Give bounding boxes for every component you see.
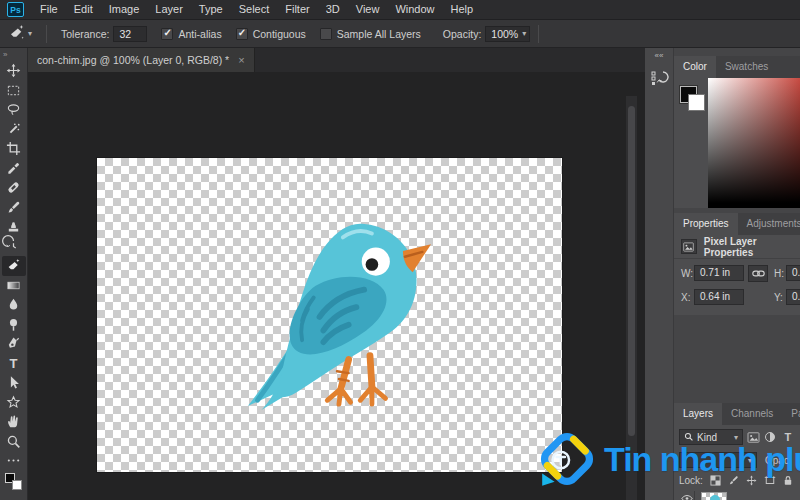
layers-panel-group: Layers Channels Paths Kind ▾ T bbox=[674, 403, 800, 500]
filter-pixel-layers-icon[interactable] bbox=[746, 429, 760, 445]
ellipsis-icon bbox=[6, 453, 21, 468]
menu-type[interactable]: Type bbox=[191, 0, 231, 19]
history-panel-icon[interactable] bbox=[649, 68, 669, 88]
menu-filter[interactable]: Filter bbox=[277, 0, 317, 19]
chevron-down-icon: ▾ bbox=[28, 29, 32, 38]
gradient-tool[interactable] bbox=[2, 276, 26, 296]
magic-eraser-icon bbox=[6, 258, 21, 273]
brush-tool[interactable] bbox=[2, 198, 26, 218]
chevron-down-icon: ▾ bbox=[522, 29, 526, 38]
crop-tool[interactable] bbox=[2, 139, 26, 159]
layer-visibility-eye-icon[interactable] bbox=[679, 491, 695, 500]
layer-row[interactable] bbox=[674, 489, 800, 500]
foreground-background-colors[interactable] bbox=[5, 473, 23, 489]
magic-eraser-icon bbox=[8, 24, 25, 43]
scrollbar-thumb[interactable] bbox=[628, 106, 635, 436]
rectangular-marquee-tool[interactable] bbox=[2, 81, 26, 101]
menu-select[interactable]: Select bbox=[231, 0, 278, 19]
filter-type-layers-icon[interactable]: T bbox=[781, 429, 795, 445]
blur-tool[interactable] bbox=[2, 295, 26, 315]
clone-stamp-tool[interactable] bbox=[2, 217, 26, 237]
tolerance-input[interactable]: 32 bbox=[113, 26, 147, 42]
move-tool[interactable] bbox=[2, 61, 26, 81]
color-panel-content bbox=[674, 78, 800, 208]
filter-kind-dropdown[interactable]: Kind ▾ bbox=[679, 429, 743, 445]
opacity-dropdown[interactable]: 100% ▾ bbox=[485, 26, 530, 42]
tab-layers[interactable]: Layers bbox=[674, 403, 722, 425]
height-input[interactable]: 0. bbox=[786, 265, 800, 281]
background-color-chip[interactable] bbox=[688, 94, 705, 111]
width-input[interactable]: 0.71 in bbox=[694, 265, 744, 281]
eyedropper-tool[interactable] bbox=[2, 159, 26, 179]
panel-dock: «« Color Swatches bbox=[645, 48, 800, 500]
anti-alias-checkbox[interactable]: Anti-alias bbox=[161, 28, 221, 40]
filter-adjustment-layers-icon[interactable] bbox=[763, 429, 777, 445]
saturation-brightness-picker[interactable] bbox=[708, 78, 800, 208]
menu-window[interactable]: Window bbox=[387, 0, 442, 19]
color-panel-swatches[interactable] bbox=[680, 86, 710, 116]
properties-panel-group: Properties Adjustments Pixel Layer Prope… bbox=[674, 213, 800, 315]
history-brush-tool[interactable] bbox=[2, 237, 26, 257]
y-input[interactable]: 0. bbox=[786, 289, 800, 305]
menu-3d[interactable]: 3D bbox=[318, 0, 348, 19]
menu-edit[interactable]: Edit bbox=[66, 0, 101, 19]
photoshop-logo: Ps bbox=[7, 2, 24, 17]
vertical-scrollbar[interactable] bbox=[626, 96, 637, 500]
menu-help[interactable]: Help bbox=[443, 0, 482, 19]
anti-alias-label: Anti-alias bbox=[178, 28, 221, 40]
menu-view[interactable]: View bbox=[348, 0, 388, 19]
contiguous-label: Contiguous bbox=[253, 28, 306, 40]
menu-layer[interactable]: Layer bbox=[147, 0, 191, 19]
height-label: H: bbox=[774, 268, 784, 279]
tab-channels[interactable]: Channels bbox=[722, 403, 782, 425]
document-tab[interactable]: con-chim.jpg @ 100% (Layer 0, RGB/8) * × bbox=[28, 48, 255, 72]
gradient-icon bbox=[6, 278, 21, 293]
lasso-tool[interactable] bbox=[2, 100, 26, 120]
opacity-label: Opacity: bbox=[443, 28, 482, 40]
lock-transparency-icon[interactable] bbox=[709, 472, 723, 488]
zoom-tool[interactable] bbox=[2, 432, 26, 452]
magic-eraser-tool[interactable] bbox=[2, 256, 26, 276]
sample-all-layers-checkbox[interactable]: Sample All Layers bbox=[320, 28, 421, 40]
x-input[interactable]: 0.64 in bbox=[694, 289, 744, 305]
collapse-panels-button[interactable]: «« bbox=[645, 48, 673, 60]
pixel-layer-icon bbox=[681, 239, 697, 254]
lock-artboard-icon[interactable] bbox=[763, 472, 777, 488]
background-color-swatch[interactable] bbox=[12, 480, 22, 490]
transform-fields: W: 0.71 in H: 0. X: 0.64 in Y: 0. bbox=[674, 259, 800, 315]
edit-toolbar-button[interactable] bbox=[2, 451, 26, 471]
blend-mode-dropdown[interactable]: ▾ bbox=[679, 452, 757, 468]
path-selection-tool[interactable] bbox=[2, 373, 26, 393]
link-dimensions-icon[interactable] bbox=[748, 265, 768, 282]
menu-image[interactable]: Image bbox=[101, 0, 148, 19]
layer-thumbnail[interactable] bbox=[701, 492, 727, 500]
tab-swatches[interactable]: Swatches bbox=[716, 56, 777, 78]
type-tool[interactable]: T bbox=[2, 354, 26, 374]
tab-paths[interactable]: Paths bbox=[782, 403, 800, 425]
menu-file[interactable]: File bbox=[32, 0, 66, 19]
close-icon[interactable]: × bbox=[238, 54, 244, 66]
tool-preset-picker[interactable]: ▾ bbox=[0, 24, 38, 43]
magic-wand-tool[interactable] bbox=[2, 120, 26, 140]
lock-pixels-brush-icon[interactable] bbox=[727, 472, 741, 488]
toolbar-collapse-button[interactable]: » bbox=[0, 48, 27, 61]
hand-tool[interactable] bbox=[2, 412, 26, 432]
cursor-arrow-icon bbox=[6, 375, 21, 390]
tab-adjustments[interactable]: Adjustments bbox=[738, 213, 800, 235]
tab-properties[interactable]: Properties bbox=[674, 213, 738, 235]
width-label: W: bbox=[681, 268, 693, 279]
pen-nib-icon bbox=[6, 336, 21, 351]
lock-position-icon[interactable] bbox=[745, 472, 759, 488]
tab-color[interactable]: Color bbox=[674, 56, 716, 78]
photoshop-window: Ps File Edit Image Layer Type Select Fil… bbox=[0, 0, 800, 500]
stamp-icon bbox=[6, 219, 21, 234]
dodge-tool[interactable] bbox=[2, 315, 26, 335]
spot-healing-brush-tool[interactable] bbox=[2, 178, 26, 198]
pen-tool[interactable] bbox=[2, 334, 26, 354]
custom-shape-tool[interactable] bbox=[2, 393, 26, 413]
panels-column: Color Swatches Properties Adjustments bbox=[674, 48, 800, 500]
contiguous-checkbox[interactable]: Contiguous bbox=[236, 28, 306, 40]
canvas[interactable] bbox=[97, 158, 562, 472]
lock-all-padlock-icon[interactable] bbox=[781, 472, 795, 488]
document-area: con-chim.jpg @ 100% (Layer 0, RGB/8) * × bbox=[28, 48, 645, 500]
